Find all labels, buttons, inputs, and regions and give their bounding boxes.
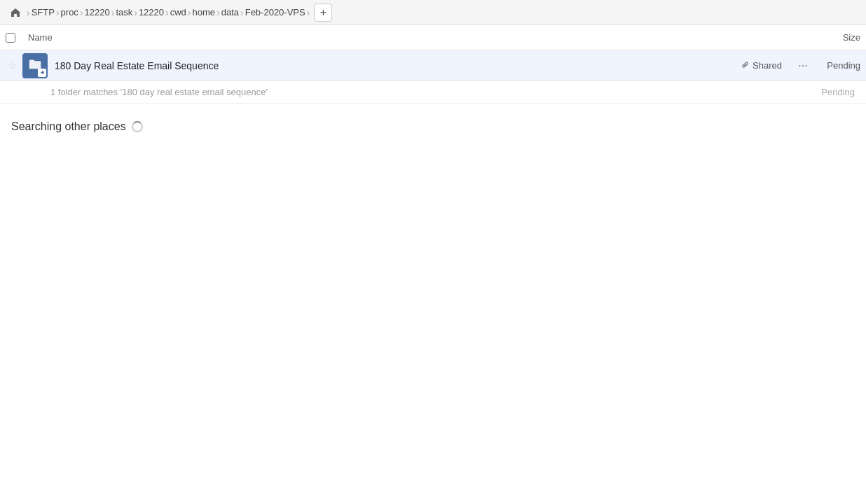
breadcrumb-proc[interactable]: proc xyxy=(61,7,78,18)
breadcrumb-cwd[interactable]: cwd xyxy=(170,7,186,18)
home-icon[interactable] xyxy=(6,3,25,22)
separator-9: › xyxy=(307,7,310,18)
match-description: 1 folder matches '180 day real estate em… xyxy=(50,87,821,97)
breadcrumb-data[interactable]: data xyxy=(221,7,239,18)
size-column-header: Size xyxy=(818,32,860,43)
more-dots-icon: ··· xyxy=(798,59,807,72)
match-info-row: 1 folder matches '180 day real estate em… xyxy=(0,81,866,104)
separator-0: › xyxy=(27,7,30,18)
file-folder-icon xyxy=(22,53,48,78)
select-all-input[interactable] xyxy=(6,33,15,43)
breadcrumb-feb2020vps[interactable]: Feb-2020-VPS xyxy=(245,7,305,18)
file-status-badge: Pending xyxy=(818,60,860,71)
add-tab-button[interactable]: + xyxy=(314,4,332,22)
breadcrumb-bar: › SFTP › proc › 12220 › task › 12220 › c… xyxy=(0,0,866,25)
match-status: Pending xyxy=(821,87,855,97)
star-icon[interactable]: ☆ xyxy=(6,60,20,71)
file-name-label: 180 Day Real Estate Email Sequence xyxy=(55,60,741,71)
file-list-item[interactable]: ☆ 180 Day Real Estate Email Sequence Sha… xyxy=(0,50,866,81)
separator-5: › xyxy=(165,7,169,18)
shared-label: Shared xyxy=(752,60,782,71)
select-all-checkbox[interactable] xyxy=(6,33,22,43)
more-options-button[interactable]: ··· xyxy=(793,56,813,76)
name-column-header: Name xyxy=(28,32,818,43)
searching-label: Searching other places xyxy=(11,120,126,133)
loading-spinner xyxy=(132,121,143,132)
separator-2: › xyxy=(80,7,83,18)
breadcrumb-12220-2[interactable]: 12220 xyxy=(139,7,164,18)
breadcrumb-task[interactable]: task xyxy=(116,7,132,18)
link-badge-icon xyxy=(38,69,46,77)
breadcrumb-sftp[interactable]: SFTP xyxy=(32,7,55,18)
separator-6: › xyxy=(188,7,191,18)
separator-4: › xyxy=(134,7,137,18)
separator-1: › xyxy=(56,7,60,18)
column-header: Name Size xyxy=(0,25,866,50)
separator-3: › xyxy=(111,7,115,18)
separator-7: › xyxy=(216,7,220,18)
link-icon xyxy=(741,60,750,71)
breadcrumb-home[interactable]: home xyxy=(193,7,216,18)
separator-8: › xyxy=(240,7,244,18)
shared-badge: Shared xyxy=(741,60,782,71)
breadcrumb-12220-1[interactable]: 12220 xyxy=(85,7,110,18)
searching-other-places-section: Searching other places xyxy=(0,104,866,144)
